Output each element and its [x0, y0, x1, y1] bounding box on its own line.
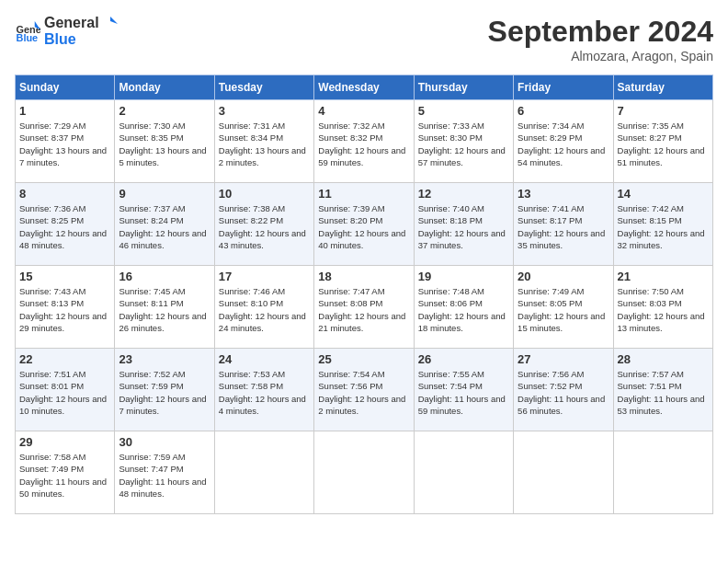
- col-monday: Monday: [115, 75, 214, 100]
- day-number: 20: [518, 270, 609, 283]
- table-row: 24 Sunrise: 7:53 AMSunset: 7:58 PMDaylig…: [214, 349, 313, 431]
- day-number: 25: [318, 352, 409, 366]
- day-info: Sunrise: 7:51 AMSunset: 8:01 PMDaylight:…: [19, 368, 110, 417]
- calendar-row: 15 Sunrise: 7:43 AMSunset: 8:13 PMDaylig…: [16, 266, 713, 349]
- day-number: 28: [618, 352, 709, 366]
- day-info: Sunrise: 7:47 AMSunset: 8:08 PMDaylight:…: [318, 285, 409, 334]
- day-info: Sunrise: 7:42 AMSunset: 8:15 PMDaylight:…: [618, 202, 709, 251]
- day-info: Sunrise: 7:39 AMSunset: 8:20 PMDaylight:…: [318, 202, 409, 251]
- day-number: 8: [19, 187, 110, 201]
- day-info: Sunrise: 7:58 AMSunset: 7:49 PMDaylight:…: [19, 451, 110, 500]
- day-number: 29: [19, 435, 110, 449]
- header: General Blue General Blue September 2024…: [15, 15, 713, 63]
- table-row: 22 Sunrise: 7:51 AMSunset: 8:01 PMDaylig…: [16, 349, 115, 431]
- day-info: Sunrise: 7:43 AMSunset: 8:13 PMDaylight:…: [19, 285, 110, 334]
- day-number: 17: [219, 270, 310, 283]
- day-number: 22: [19, 352, 110, 366]
- table-row: 2 Sunrise: 7:30 AMSunset: 8:35 PMDayligh…: [115, 100, 214, 183]
- day-number: 7: [618, 104, 709, 118]
- table-row: [214, 431, 313, 514]
- day-info: Sunrise: 7:35 AMSunset: 8:27 PMDaylight:…: [618, 120, 709, 168]
- day-info: Sunrise: 7:45 AMSunset: 8:11 PMDaylight:…: [119, 285, 210, 334]
- day-number: 2: [119, 104, 210, 118]
- day-info: Sunrise: 7:54 AMSunset: 7:56 PMDaylight:…: [318, 368, 409, 417]
- table-row: 25 Sunrise: 7:54 AMSunset: 7:56 PMDaylig…: [314, 349, 414, 431]
- col-saturday: Saturday: [613, 75, 712, 100]
- day-info: Sunrise: 7:32 AMSunset: 8:32 PMDaylight:…: [318, 120, 409, 168]
- day-info: Sunrise: 7:33 AMSunset: 8:30 PMDaylight:…: [418, 120, 509, 168]
- day-number: 6: [518, 104, 609, 118]
- table-row: [514, 431, 613, 514]
- day-info: Sunrise: 7:31 AMSunset: 8:34 PMDaylight:…: [219, 120, 310, 168]
- table-row: 1 Sunrise: 7:29 AMSunset: 8:37 PMDayligh…: [16, 100, 115, 183]
- calendar-table: Sunday Monday Tuesday Wednesday Thursday…: [15, 75, 713, 514]
- table-row: 23 Sunrise: 7:52 AMSunset: 7:59 PMDaylig…: [115, 349, 214, 431]
- table-row: 4 Sunrise: 7:32 AMSunset: 8:32 PMDayligh…: [314, 100, 414, 183]
- location: Almozara, Aragon, Spain: [488, 49, 713, 63]
- table-row: 12 Sunrise: 7:40 AMSunset: 8:18 PMDaylig…: [414, 183, 513, 266]
- table-row: 29 Sunrise: 7:58 AMSunset: 7:49 PMDaylig…: [16, 431, 115, 514]
- day-info: Sunrise: 7:29 AMSunset: 8:37 PMDaylight:…: [19, 120, 110, 168]
- table-row: 21 Sunrise: 7:50 AMSunset: 8:03 PMDaylig…: [613, 266, 712, 349]
- day-number: 1: [19, 104, 110, 118]
- day-number: 30: [119, 435, 210, 449]
- calendar-header-row: Sunday Monday Tuesday Wednesday Thursday…: [16, 75, 713, 100]
- table-row: 16 Sunrise: 7:45 AMSunset: 8:11 PMDaylig…: [115, 266, 214, 349]
- col-friday: Friday: [514, 75, 613, 100]
- calendar-row: 29 Sunrise: 7:58 AMSunset: 7:49 PMDaylig…: [16, 431, 713, 514]
- day-info: Sunrise: 7:40 AMSunset: 8:18 PMDaylight:…: [418, 202, 509, 251]
- table-row: 11 Sunrise: 7:39 AMSunset: 8:20 PMDaylig…: [314, 183, 414, 266]
- day-number: 5: [418, 104, 509, 118]
- table-row: 20 Sunrise: 7:49 AMSunset: 8:05 PMDaylig…: [514, 266, 613, 349]
- calendar-row: 1 Sunrise: 7:29 AMSunset: 8:37 PMDayligh…: [16, 100, 713, 183]
- svg-text:Blue: Blue: [17, 32, 39, 43]
- table-row: 18 Sunrise: 7:47 AMSunset: 8:08 PMDaylig…: [314, 266, 414, 349]
- table-row: [613, 431, 712, 514]
- col-thursday: Thursday: [414, 75, 513, 100]
- calendar-row: 8 Sunrise: 7:36 AMSunset: 8:25 PMDayligh…: [16, 183, 713, 266]
- table-row: 5 Sunrise: 7:33 AMSunset: 8:30 PMDayligh…: [414, 100, 513, 183]
- table-row: 8 Sunrise: 7:36 AMSunset: 8:25 PMDayligh…: [16, 183, 115, 266]
- day-info: Sunrise: 7:57 AMSunset: 7:51 PMDaylight:…: [618, 368, 709, 417]
- table-row: 6 Sunrise: 7:34 AMSunset: 8:29 PMDayligh…: [514, 100, 613, 183]
- table-row: 15 Sunrise: 7:43 AMSunset: 8:13 PMDaylig…: [16, 266, 115, 349]
- day-info: Sunrise: 7:36 AMSunset: 8:25 PMDaylight:…: [19, 202, 110, 251]
- table-row: [414, 431, 513, 514]
- day-number: 19: [418, 270, 509, 283]
- table-row: 9 Sunrise: 7:37 AMSunset: 8:24 PMDayligh…: [115, 183, 214, 266]
- day-info: Sunrise: 7:41 AMSunset: 8:17 PMDaylight:…: [518, 202, 609, 251]
- day-number: 26: [418, 352, 509, 366]
- logo-general: General: [44, 15, 99, 31]
- day-info: Sunrise: 7:52 AMSunset: 7:59 PMDaylight:…: [119, 368, 210, 417]
- month-title: September 2024: [488, 15, 713, 49]
- day-info: Sunrise: 7:53 AMSunset: 7:58 PMDaylight:…: [219, 368, 310, 417]
- day-number: 10: [219, 187, 310, 201]
- day-number: 23: [119, 352, 210, 366]
- table-row: 26 Sunrise: 7:55 AMSunset: 7:54 PMDaylig…: [414, 349, 513, 431]
- table-row: 3 Sunrise: 7:31 AMSunset: 8:34 PMDayligh…: [214, 100, 313, 183]
- col-tuesday: Tuesday: [214, 75, 313, 100]
- table-row: [314, 431, 414, 514]
- logo: General Blue General Blue: [15, 15, 118, 48]
- col-sunday: Sunday: [16, 75, 115, 100]
- table-row: 19 Sunrise: 7:48 AMSunset: 8:06 PMDaylig…: [414, 266, 513, 349]
- day-info: Sunrise: 7:50 AMSunset: 8:03 PMDaylight:…: [618, 285, 709, 334]
- logo-bird-icon: [101, 15, 118, 31]
- day-info: Sunrise: 7:30 AMSunset: 8:35 PMDaylight:…: [119, 120, 210, 168]
- day-number: 9: [119, 187, 210, 201]
- day-number: 14: [618, 187, 709, 201]
- day-number: 24: [219, 352, 310, 366]
- table-row: 27 Sunrise: 7:56 AMSunset: 7:52 PMDaylig…: [514, 349, 613, 431]
- svg-marker-3: [110, 17, 118, 24]
- day-number: 4: [318, 104, 409, 118]
- day-info: Sunrise: 7:55 AMSunset: 7:54 PMDaylight:…: [418, 368, 509, 417]
- day-info: Sunrise: 7:49 AMSunset: 8:05 PMDaylight:…: [518, 285, 609, 334]
- day-number: 15: [19, 270, 110, 283]
- table-row: 13 Sunrise: 7:41 AMSunset: 8:17 PMDaylig…: [514, 183, 613, 266]
- logo-icon: General Blue: [15, 18, 40, 44]
- day-number: 27: [518, 352, 609, 366]
- day-number: 11: [318, 187, 409, 201]
- day-number: 18: [318, 270, 409, 283]
- title-area: September 2024 Almozara, Aragon, Spain: [488, 15, 713, 63]
- day-info: Sunrise: 7:34 AMSunset: 8:29 PMDaylight:…: [518, 120, 609, 168]
